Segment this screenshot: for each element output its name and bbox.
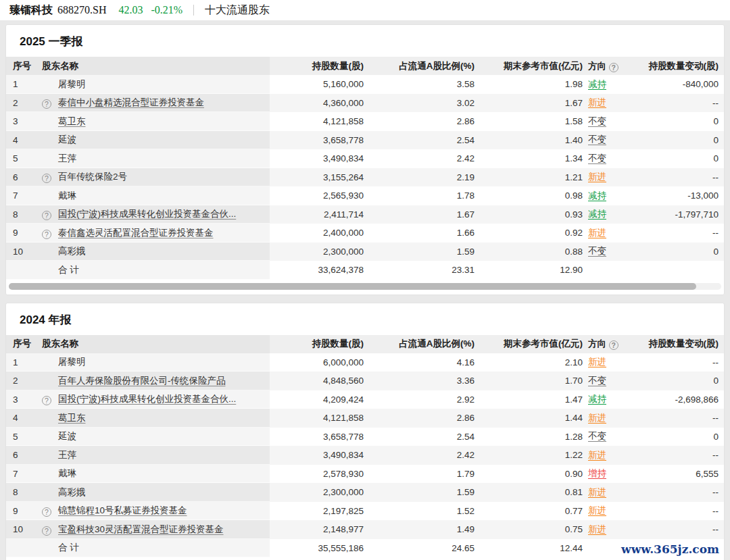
icon-slot	[42, 505, 58, 517]
total-label: 合 计	[58, 542, 79, 553]
direction-label: 方向	[588, 61, 606, 71]
shareholder-name: 屠黎明	[58, 357, 86, 367]
total-label-cell: 合 计	[41, 539, 270, 558]
shareholder-name: 高彩娥	[58, 487, 86, 497]
shareholder-name[interactable]: 宝盈科技30灵活配置混合型证券投资基金	[58, 524, 224, 534]
direction-link[interactable]: 新进	[588, 357, 606, 367]
help-icon[interactable]	[609, 63, 618, 72]
direction-cell: 增持	[587, 465, 631, 484]
direction-cell: 新进	[587, 94, 631, 113]
report-card-2025-q1: 2025 一季报 序号 股东名称 持股数量(股) 占流通A股比例(%) 期末参考…	[5, 24, 725, 295]
direction-link[interactable]: 不变	[588, 376, 606, 386]
row-index: 6	[6, 446, 41, 465]
float-a-share-ratio: 1.59	[373, 483, 484, 502]
col-header-direction: 方向	[587, 57, 631, 75]
shares-change: -840,000	[631, 75, 725, 94]
fund-info-icon[interactable]	[42, 174, 51, 183]
table-row: 7 戴琳 2,578,930 1.79 0.90 增持 6,555	[6, 465, 725, 484]
shareholder-name[interactable]: 泰信鑫选灵活配置混合型证券投资基金	[58, 228, 214, 238]
col-header-name: 股东名称	[41, 57, 270, 75]
shareholder-name[interactable]: 葛卫东	[58, 116, 86, 126]
direction-link[interactable]: 新进	[588, 487, 606, 497]
shareholder-name[interactable]: 泰信中小盘精选混合型证券投资基金	[58, 97, 204, 107]
direction-link[interactable]: 增持	[588, 468, 606, 478]
direction-link[interactable]: 不变	[588, 246, 606, 256]
col-header-ratio: 占流通A股比例(%)	[373, 57, 484, 75]
shareholder-name-cell: 屠黎明	[41, 353, 270, 372]
direction-link[interactable]: 新进	[588, 228, 606, 238]
direction-link[interactable]: 减持	[588, 209, 606, 219]
direction-link[interactable]: 不变	[588, 153, 606, 163]
period-end-market-value: 1.28	[484, 428, 587, 447]
fund-info-icon[interactable]	[42, 526, 51, 536]
table-row: 3 葛卫东 4,121,858 2.86 1.58 不变 0	[6, 112, 725, 131]
direction-link[interactable]: 新进	[588, 505, 606, 515]
direction-link[interactable]: 减持	[588, 190, 606, 201]
shareholder-name: 戴琳	[58, 468, 76, 478]
row-index: 10	[6, 520, 41, 539]
fund-info-icon[interactable]	[42, 396, 51, 405]
direction-cell: 不变	[587, 149, 631, 168]
icon-slot	[42, 431, 58, 442]
shareholder-name-cell: 国投(宁波)科技成果转化创业投资基金合伙...	[41, 205, 270, 224]
float-a-share-ratio: 1.67	[373, 205, 484, 224]
shareholder-name: 屠黎明	[58, 79, 86, 89]
direction-link[interactable]: 不变	[588, 431, 606, 441]
help-icon[interactable]	[609, 340, 618, 350]
direction-cell: 新进	[587, 168, 631, 187]
float-a-share-ratio: 1.49	[373, 520, 484, 539]
shareholder-name[interactable]: 百年人寿保险股份有限公司-传统保险产品	[58, 376, 226, 386]
col-header-index: 序号	[6, 57, 41, 75]
shareholder-name[interactable]: 葛卫东	[58, 413, 86, 423]
direction-link[interactable]: 新进	[588, 97, 606, 107]
row-index: 5	[6, 149, 41, 168]
float-a-share-ratio: 1.52	[373, 502, 484, 521]
shareholder-name-cell: 泰信中小盘精选混合型证券投资基金	[41, 94, 270, 113]
direction-cell: 新进	[587, 409, 631, 428]
shares-held: 2,565,930	[270, 186, 373, 205]
shareholder-name[interactable]: 锦慧锦程10号私募证券投资基金	[58, 505, 187, 515]
direction-link[interactable]: 新进	[588, 413, 606, 423]
table-row: 2 百年人寿保险股份有限公司-传统保险产品 4,848,560 3.36 1.7…	[6, 372, 725, 390]
shares-change: --	[631, 520, 725, 539]
period-end-market-value: 0.88	[484, 243, 587, 261]
fund-info-icon[interactable]	[42, 99, 51, 109]
icon-slot	[42, 97, 58, 109]
row-index: 1	[6, 353, 41, 372]
shares-held: 6,000,000	[270, 353, 373, 372]
fund-info-icon[interactable]	[42, 507, 51, 517]
table-row: 5 王萍 3,490,834 2.42 1.34 不变 0	[6, 149, 725, 168]
shareholder-name: 王萍	[58, 450, 76, 460]
period-end-market-value: 1.47	[484, 390, 587, 409]
direction-link[interactable]: 减持	[588, 79, 606, 89]
period-end-market-value: 0.98	[484, 186, 587, 205]
horizontal-scrollbar-thumb[interactable]	[9, 283, 696, 290]
direction-link[interactable]: 新进	[588, 450, 606, 460]
shareholder-name[interactable]: 国投(宁波)科技成果转化创业投资基金合伙...	[58, 209, 236, 219]
shares-change: -2,698,866	[631, 390, 725, 409]
icon-slot	[42, 487, 58, 499]
icon-slot	[42, 116, 58, 128]
shareholder-name-cell: 百年人寿保险股份有限公司-传统保险产品	[41, 372, 270, 390]
fund-info-icon[interactable]	[42, 211, 51, 220]
total-market-value: 12.44	[484, 539, 587, 558]
direction-link[interactable]: 新进	[588, 172, 606, 182]
total-row-index-cell	[6, 539, 41, 558]
vertical-divider	[193, 5, 194, 16]
direction-link[interactable]: 不变	[588, 134, 606, 145]
float-a-share-ratio: 1.59	[373, 243, 484, 261]
direction-link[interactable]: 新进	[588, 524, 606, 534]
shares-held: 3,658,778	[270, 131, 373, 150]
fund-info-icon[interactable]	[42, 230, 51, 239]
shareholder-name[interactable]: 国投(宁波)科技成果转化创业投资基金合伙...	[58, 394, 236, 404]
direction-link[interactable]: 不变	[588, 116, 606, 126]
shares-change: -1,797,710	[631, 205, 725, 224]
period-end-market-value: 1.21	[484, 168, 587, 187]
direction-link[interactable]: 减持	[588, 394, 606, 404]
period-end-market-value: 0.90	[484, 465, 587, 484]
shareholder-name-cell: 屠黎明	[41, 75, 270, 94]
direction-cell: 新进	[587, 353, 631, 372]
col-header-shares: 持股数量(股)	[270, 335, 373, 353]
col-header-ratio: 占流通A股比例(%)	[373, 335, 484, 353]
stock-ticker: 688270.SH	[57, 4, 106, 16]
